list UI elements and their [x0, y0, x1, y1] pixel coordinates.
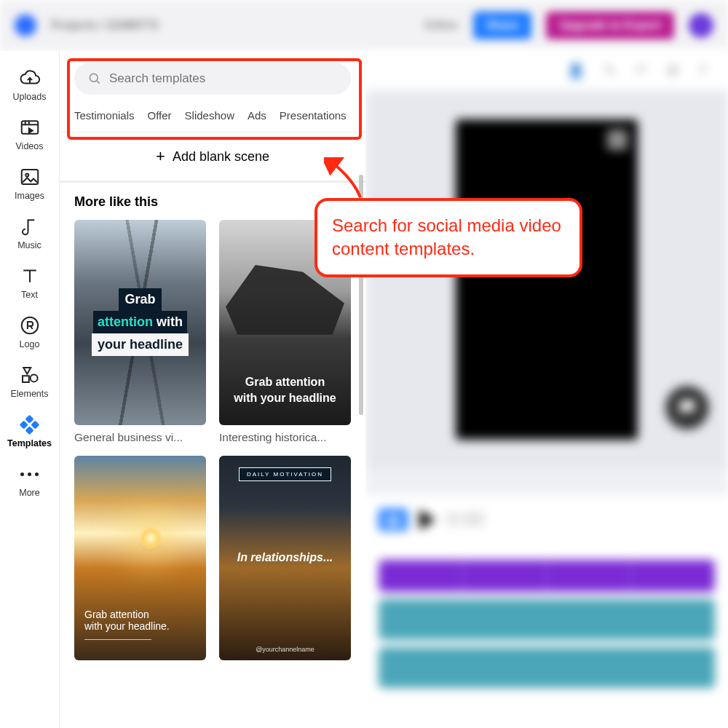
template-name: Interesting historica...	[219, 431, 351, 444]
sidebar-item-label: Elements	[10, 389, 48, 399]
breadcrumb: Projects / 22489773	[51, 19, 159, 32]
sidebar-item-videos[interactable]: Videos	[0, 111, 59, 157]
chip-presentations[interactable]: Presentations	[280, 109, 347, 122]
template-thumbnail: Grab attention with your headline	[74, 220, 206, 425]
sidebar-item-uploads[interactable]: Uploads	[0, 61, 59, 108]
sidebar-item-more[interactable]: More	[0, 457, 59, 504]
sidebar-item-logo[interactable]: Logo	[0, 309, 59, 355]
shapes-icon	[19, 364, 41, 386]
add-blank-scene-button[interactable]: + Add blank scene	[60, 132, 365, 183]
chip-slideshow[interactable]: Slideshow	[185, 109, 234, 122]
breadcrumb-projects[interactable]: Projects	[51, 19, 97, 31]
app-logo	[15, 15, 36, 36]
timeline-controls: ▮▮ 0:00	[379, 508, 715, 531]
overlay-text: Grab attention	[84, 609, 196, 620]
template-thumbnail: Grab attention with your headline.	[74, 456, 206, 661]
share-button[interactable]: Share	[473, 12, 531, 39]
overlay-badge: DAILY MOTIVATION	[239, 467, 331, 481]
annotation-arrow-icon	[324, 157, 368, 201]
upgrade-button[interactable]: Upgrade to Export	[546, 12, 674, 39]
canvas-area: 👤✎↶⚙? ▮▮ 0:00	[365, 51, 728, 728]
templates-icon	[19, 414, 41, 435]
chip-offer[interactable]: Offer	[148, 109, 172, 122]
template-name: General business vi...	[74, 431, 206, 444]
template-thumbnail: DAILY MOTIVATION In relationships... @yo…	[219, 456, 351, 661]
overlay-text: your headline	[92, 333, 189, 356]
overlay-text: Grab	[119, 288, 161, 311]
search-input[interactable]	[109, 71, 338, 86]
sidebar-item-label: Templates	[7, 438, 52, 448]
timeline[interactable]: ▮▮ 0:00	[365, 495, 728, 728]
sidebar-item-text[interactable]: Text	[0, 259, 59, 306]
avatar[interactable]	[689, 13, 713, 38]
music-icon	[19, 215, 41, 237]
video-preview[interactable]	[456, 119, 638, 440]
template-card[interactable]: DAILY MOTIVATION In relationships... @yo…	[219, 456, 351, 661]
chat-button[interactable]	[665, 386, 709, 430]
overlay-text: In relationships...	[219, 551, 351, 564]
svg-point-5	[30, 374, 37, 381]
annotation-callout: Search for social media video content te…	[314, 198, 582, 277]
image-icon	[19, 166, 41, 188]
text-icon	[19, 265, 41, 287]
sidebar: Uploads Videos Images Music Text Logo El…	[0, 51, 60, 728]
editor-label: Editor	[425, 19, 459, 32]
sidebar-item-label: Videos	[16, 141, 44, 151]
timeline-track[interactable]	[379, 560, 715, 592]
sidebar-item-label: More	[19, 488, 39, 498]
search-icon	[87, 71, 102, 86]
sidebar-item-label: Logo	[20, 339, 40, 349]
template-card[interactable]: Grab attention with your headline Genera…	[74, 220, 206, 444]
sidebar-item-templates[interactable]: Templates	[0, 408, 59, 454]
sidebar-item-elements[interactable]: Elements	[0, 358, 59, 405]
chip-ads[interactable]: Ads	[248, 109, 266, 122]
templates-panel: Testimonials Offer Slideshow Ads Present…	[60, 51, 365, 728]
section-title: More like this	[74, 194, 351, 210]
sidebar-item-label: Text	[21, 290, 38, 300]
sidebar-item-label: Images	[15, 191, 44, 201]
svg-point-6	[90, 74, 98, 82]
canvas-toolbar: 👤✎↶⚙?	[365, 51, 728, 90]
overlay-text: attention	[98, 314, 153, 329]
play-icon[interactable]	[419, 510, 435, 530]
sidebar-item-label: Music	[17, 240, 41, 250]
search-bar[interactable]	[74, 63, 351, 95]
sidebar-item-label: Uploads	[13, 92, 47, 102]
annotation-text: Search for social media video content te…	[332, 215, 561, 258]
category-chips: Testimonials Offer Slideshow Ads Present…	[60, 102, 365, 132]
overlay-text: with your headline.	[84, 620, 196, 632]
chip-testimonials[interactable]: Testimonials	[74, 109, 135, 122]
time-display: 0:00	[447, 508, 484, 531]
template-card[interactable]: Grab attention with your headline.	[74, 456, 206, 661]
top-bar: Projects / 22489773 Editor Share Upgrade…	[0, 0, 728, 51]
video-icon	[19, 116, 41, 138]
svg-point-2	[25, 174, 28, 177]
svg-rect-4	[23, 376, 29, 382]
sidebar-item-images[interactable]: Images	[0, 160, 59, 207]
cloud-upload-icon	[19, 67, 41, 89]
sidebar-item-music[interactable]: Music	[0, 210, 59, 256]
timeline-track[interactable]	[379, 647, 715, 688]
overlay-text: with your headline	[234, 392, 336, 404]
breadcrumb-id[interactable]: 22489773	[106, 19, 158, 31]
svg-rect-1	[21, 170, 38, 184]
timeline-track[interactable]	[379, 599, 715, 640]
add-scene-label: Add blank scene	[173, 149, 269, 165]
plus-icon: +	[156, 147, 165, 166]
registered-icon	[19, 314, 41, 336]
more-icon	[19, 463, 41, 485]
timeline-button[interactable]: ▮▮	[379, 509, 408, 531]
overlay-text: Grab attention	[245, 376, 325, 388]
overlay-handle: @yourchannelname	[256, 646, 314, 653]
overlay-text: with	[153, 314, 183, 329]
